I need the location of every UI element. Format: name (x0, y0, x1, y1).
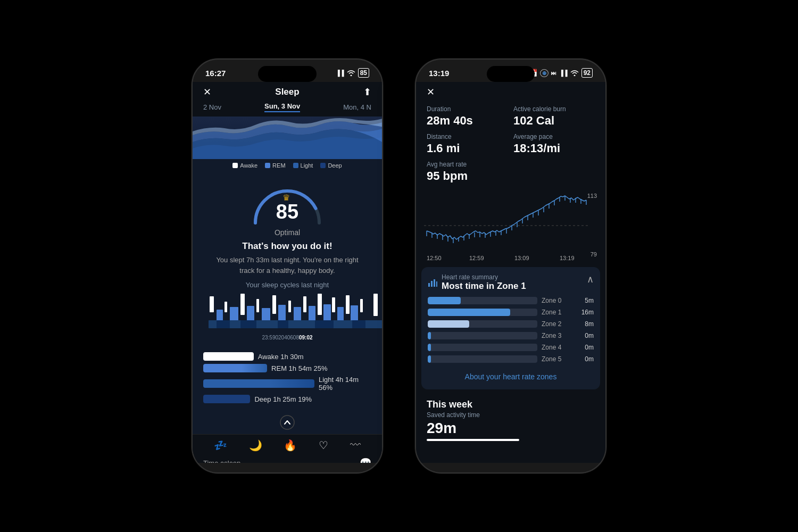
legend-awake: Awake (232, 162, 257, 169)
zone-4-row: Zone 4 0m (428, 344, 594, 351)
svg-rect-6 (272, 295, 276, 314)
svg-rect-70 (436, 281, 437, 287)
time-left: 16:27 (205, 69, 226, 78)
status-icons-left: ▐▐ 85 (336, 68, 369, 78)
dynamic-island-right (487, 66, 535, 82)
sleep-wave-chart (193, 117, 382, 159)
activity-header: ✕ (416, 82, 605, 102)
stat-distance: Distance 1.6 mi (427, 133, 508, 155)
sleep-legend: Awake REM Light Deep (193, 159, 382, 172)
signal-icon-right: ▐▐ (559, 70, 568, 76)
activity-stats-grid: Duration 28m 40s Active calorie burn 102… (416, 102, 605, 188)
time-asleep-label: Time asleep (203, 459, 240, 463)
hr-section-header: Heart rate summary Most time in Zone 1 ∧ (428, 273, 594, 292)
zone-3-row: Zone 3 0m (428, 332, 594, 339)
bar-chart-icon (428, 278, 437, 287)
zone-0-bar (428, 297, 461, 304)
prev-date[interactable]: 2 Nov (203, 103, 221, 111)
zone-1-bar-outer (428, 309, 537, 316)
collapse-button[interactable]: ∧ (587, 273, 594, 285)
svg-text:13:19: 13:19 (560, 255, 575, 261)
signal-icon-left: ▐▐ (336, 70, 344, 76)
tab-fire[interactable]: 🔥 (284, 439, 297, 452)
svg-point-30 (280, 415, 294, 429)
battery-icon-left: 85 (358, 68, 369, 78)
close-button-left[interactable]: ✕ (203, 86, 211, 98)
stat-pace: Average pace 18:13/mi (513, 133, 595, 155)
zone-2-row: Zone 2 8m (428, 320, 594, 328)
activity-screen: ✕ Duration 28m 40s Active calorie burn 1… (416, 82, 605, 463)
tab-sleep[interactable]: 💤 (214, 439, 227, 452)
hr-summary-section: Heart rate summary Most time in Zone 1 ∧… (421, 267, 600, 389)
sleep-screen: ✕ Sleep ⬆ 2 Nov Sun, 3 Nov Mon, 4 N (193, 82, 382, 463)
time-label-5: 09:02 (299, 335, 313, 340)
close-button-right[interactable]: ✕ (427, 86, 435, 98)
y-min-label: 79 (591, 251, 597, 257)
chat-icon: 💬 (360, 457, 371, 463)
left-phone: 16:27 ▐▐ 85 ✕ Sleep ⬆ 2 Nov Sun, 3 (192, 59, 383, 473)
sleep-stats: Awake 1h 30m REM 1h 54m 25% Light 4h 14m… (193, 348, 382, 411)
svg-rect-67 (428, 283, 430, 287)
zone-4-bar (428, 344, 431, 351)
week-progress-bar (427, 439, 519, 441)
svg-rect-13 (373, 294, 378, 316)
time-label-0: 23:59 (262, 335, 275, 340)
stat-row-light: Light 4h 14m 56% (203, 376, 371, 392)
zone-5-row: Zone 5 0m (428, 355, 594, 363)
zone-1-row: Zone 1 16m (428, 309, 594, 316)
stat-row-awake: Awake 1h 30m (203, 352, 371, 361)
svg-rect-4 (240, 294, 245, 315)
zone-5-bar (428, 355, 431, 363)
heart-rate-chart: 113 79 (416, 188, 605, 263)
svg-text:85: 85 (276, 201, 298, 223)
tab-wave[interactable]: 〰 (350, 439, 361, 452)
svg-rect-69 (434, 279, 435, 287)
svg-rect-7 (288, 301, 291, 312)
next-date[interactable]: Mon, 4 N (343, 103, 371, 111)
svg-rect-8 (303, 296, 306, 312)
score-headline: That's how you do it! (242, 241, 332, 252)
wifi-icon-right (570, 70, 579, 76)
svg-rect-29 (352, 320, 365, 328)
score-description: You slept 7h 33m last night. You're on t… (203, 255, 371, 276)
svg-rect-27 (278, 320, 288, 328)
cycles-label: Your sleep cycles last night (246, 281, 329, 289)
music-icon: ⏭ (551, 70, 556, 76)
svg-rect-25 (217, 320, 230, 328)
tab-moon[interactable]: 🌙 (249, 439, 262, 452)
about-hr-link[interactable]: About your heart rate zones (428, 367, 594, 383)
date-navigation: 2 Nov Sun, 3 Nov Mon, 4 N (193, 100, 382, 117)
active-date[interactable]: Sun, 3 Nov (264, 102, 300, 112)
stat-duration: Duration 28m 40s (427, 105, 508, 128)
svg-rect-18 (278, 305, 286, 323)
status-icons-right: 📅 ⊕ ⏭ ▐▐ 92 (528, 68, 593, 78)
stat-heart-rate: Avg heart rate 95 bpm (427, 161, 508, 183)
zone-3-bar (428, 332, 431, 339)
time-label-3: 06 (287, 335, 293, 340)
zone-0-row: Zone 0 5m (428, 297, 594, 304)
svg-text:13:09: 13:09 (514, 255, 529, 261)
zone-1-bar (428, 309, 510, 316)
sleep-header: ✕ Sleep ⬆ (193, 82, 382, 100)
zone-2-bar-outer (428, 320, 537, 328)
zone-0-bar-outer (428, 297, 537, 304)
time-right: 13:19 (429, 69, 449, 78)
svg-rect-5 (256, 299, 259, 312)
bottom-bar: Time asleep 💬 (193, 454, 382, 463)
stat-row-rem: REM 1h 54m 25% (203, 364, 371, 372)
legend-rem: REM (265, 162, 285, 169)
score-gauge: ♛ 85 (247, 180, 327, 228)
svg-rect-21 (323, 304, 331, 323)
scroll-up-button[interactable] (193, 411, 382, 434)
svg-rect-9 (318, 294, 322, 315)
sleep-title: Sleep (275, 87, 299, 97)
time-label-2: 04 (281, 335, 287, 340)
zone-4-bar-outer (428, 344, 537, 351)
this-week-section: This week Saved activity time 29m (416, 394, 605, 443)
stat-calories: Active calorie burn 102 Cal (513, 105, 595, 128)
share-button[interactable]: ⬆ (363, 86, 371, 98)
zone-5-bar-outer (428, 355, 537, 363)
tab-heart[interactable]: ♡ (319, 439, 328, 452)
hr-summary-text: Heart rate summary Most time in Zone 1 (428, 273, 526, 292)
health-icon: ⊕ (540, 69, 548, 77)
